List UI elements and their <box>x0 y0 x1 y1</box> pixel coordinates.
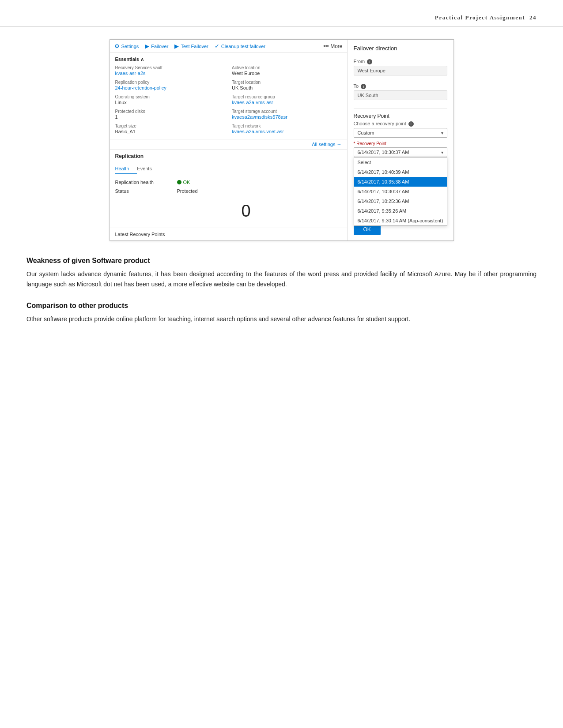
essentials-section: Essentials ∧ Recovery Services vault kva… <box>110 53 347 139</box>
right-panel: Failover direction From i West Europe To… <box>348 40 453 240</box>
toolbar-settings-label: Settings <box>121 44 139 49</box>
dropdown-item-6[interactable]: 6/14/2017, 9:30:14 AM (App-consistent) <box>354 216 447 225</box>
essentials-value-7[interactable]: kvaesa2avmsdisks578asr <box>232 114 342 120</box>
from-field: From i West Europe <box>354 59 447 79</box>
toolbar-test-failover-label: Test Failover <box>181 44 208 49</box>
comparison-body: Other software products provide online p… <box>26 314 537 324</box>
essentials-os: Operating system Linux <box>115 94 225 107</box>
dropdown-item-5[interactable]: 6/14/2017, 9:35:26 AM <box>354 206 447 216</box>
toolbar-failover-label: Failover <box>151 44 168 49</box>
essentials-target-resource-group: Target resource group kvaes-a2a-vms-asr <box>232 94 342 107</box>
dropdown-chevron-icon: ▾ <box>441 150 443 155</box>
essentials-replication-policy: Replication policy 24-hour-retention-pol… <box>115 80 225 93</box>
essentials-label-7: Target storage account <box>232 109 342 114</box>
choose-label: Choose a recovery point i <box>354 121 447 127</box>
test-failover-icon: ▶ <box>174 43 179 49</box>
toolbar-failover[interactable]: ▶ Failover <box>145 43 168 49</box>
essentials-value-6: 1 <box>115 114 225 120</box>
toolbar-test-failover[interactable]: ▶ Test Failover <box>174 43 208 49</box>
replication-section: Replication Health Events Replication he… <box>110 150 347 228</box>
essentials-grid: Recovery Services vault kvaes-asr-a2s Ac… <box>115 65 342 136</box>
recovery-points-title: Latest Recovery Points <box>115 232 342 237</box>
essentials-target-storage: Target storage account kvaesa2avmsdisks5… <box>232 109 342 122</box>
essentials-value-1: West Europe <box>232 71 342 76</box>
essentials-value-4: Linux <box>115 100 225 105</box>
comparison-section: Comparison to other products Other softw… <box>26 302 537 324</box>
events-count: 0 <box>115 197 342 224</box>
essentials-value-0[interactable]: kvaes-asr-a2s <box>115 71 225 76</box>
select-chevron-icon: ▾ <box>441 131 443 135</box>
essentials-target-size: Target size Basic_A1 <box>115 124 225 136</box>
dropdown-item-4[interactable]: 6/14/2017, 10:25:36 AM <box>354 196 447 206</box>
dropdown-trigger-value: 6/14/2017, 10:30:37 AM <box>358 150 409 155</box>
essentials-label-2: Replication policy <box>115 80 225 85</box>
dropdown-item-2[interactable]: 6/14/2017, 10:35:38 AM <box>354 177 447 187</box>
tab-health[interactable]: Health <box>115 164 137 174</box>
failover-direction-title: Failover direction <box>354 45 447 52</box>
essentials-value-5[interactable]: kvaes-a2a-vms-asr <box>232 100 342 105</box>
essentials-target-location: Target location UK South <box>232 80 342 93</box>
toolbar: ⚙ Settings ▶ Failover ▶ Test Failover ✓ … <box>110 40 347 53</box>
page-title: Practical Project Assignment <box>435 14 525 21</box>
ok-dot-icon <box>177 180 181 184</box>
toolbar-settings[interactable]: ⚙ Settings <box>114 43 139 49</box>
choose-info-icon: i <box>408 121 414 127</box>
screenshot-container: ⚙ Settings ▶ Failover ▶ Test Failover ✓ … <box>110 39 454 241</box>
essentials-label-9: Target network <box>232 124 342 128</box>
status-row: Status Protected <box>115 188 342 194</box>
essentials-value-2[interactable]: 24-hour-retention-policy <box>115 85 225 90</box>
recovery-point-select-value: Custom <box>358 130 374 135</box>
health-label: Replication health <box>115 180 177 185</box>
recovery-point-title: Recovery Point <box>354 113 447 119</box>
to-info-icon: i <box>361 84 366 89</box>
dropdown-item-0[interactable]: Select <box>354 158 447 167</box>
toolbar-more[interactable]: ••• More <box>323 43 342 49</box>
essentials-label-1: Active location <box>232 65 342 70</box>
toolbar-cleanup-label: Cleanup test failover <box>221 44 265 49</box>
essentials-value-3: UK South <box>232 85 342 90</box>
dropdown-trigger[interactable]: 6/14/2017, 10:30:37 AM ▾ <box>354 147 447 157</box>
dropdown-item-1[interactable]: 6/14/2017, 10:40:39 AM <box>354 167 447 177</box>
recovery-point-section: Recovery Point Choose a recovery point i… <box>354 108 447 157</box>
weakness-body: Our system lacks advance dynamic feature… <box>26 269 537 289</box>
settings-icon: ⚙ <box>114 43 120 49</box>
essentials-label-5: Target resource group <box>232 94 342 99</box>
to-value: UK South <box>354 90 447 100</box>
health-ok: OK <box>177 180 190 185</box>
comparison-heading: Comparison to other products <box>26 302 537 310</box>
essentials-label-4: Operating system <box>115 94 225 99</box>
left-panel: ⚙ Settings ▶ Failover ▶ Test Failover ✓ … <box>110 40 348 240</box>
status-label: Status <box>115 188 177 194</box>
weakness-heading: Weakness of given Software product <box>26 257 537 265</box>
essentials-label-6: Protected disks <box>115 109 225 114</box>
recovery-points-section: Latest Recovery Points <box>110 228 347 240</box>
essentials-recovery-vault: Recovery Services vault kvaes-asr-a2s <box>115 65 225 78</box>
toolbar-more-label: ••• More <box>323 43 342 49</box>
health-value: OK <box>183 180 190 185</box>
from-label: From i <box>354 59 447 64</box>
page-content: ⚙ Settings ▶ Failover ▶ Test Failover ✓ … <box>0 27 563 342</box>
page-header: Practical Project Assignment 24 <box>0 0 563 27</box>
recovery-point-select[interactable]: Custom ▾ <box>354 128 447 138</box>
weakness-section: Weakness of given Software product Our s… <box>26 257 537 289</box>
essentials-value-8: Basic_A1 <box>115 129 225 134</box>
replication-tabs: Health Events <box>115 164 342 174</box>
essentials-label-8: Target size <box>115 124 225 128</box>
required-label: * Recovery Point <box>354 141 447 146</box>
essentials-label-0: Recovery Services vault <box>115 65 225 70</box>
toolbar-cleanup[interactable]: ✓ Cleanup test failover <box>215 43 265 49</box>
from-value: West Europe <box>354 66 447 75</box>
essentials-active-location: Active location West Europe <box>232 65 342 78</box>
essentials-label-3: Target location <box>232 80 342 85</box>
essentials-protected-disks: Protected disks 1 <box>115 109 225 122</box>
dropdown-item-3[interactable]: 6/14/2017, 10:30:37 AM <box>354 187 447 196</box>
tab-events[interactable]: Events <box>137 164 160 174</box>
to-label: To i <box>354 83 447 89</box>
essentials-header[interactable]: Essentials ∧ <box>115 56 342 62</box>
dropdown-menu: Select 6/14/2017, 10:40:39 AM 6/14/2017,… <box>354 157 447 226</box>
recovery-point-dropdown: 6/14/2017, 10:30:37 AM ▾ Select 6/14/201… <box>354 147 447 157</box>
essentials-target-network: Target network kvaes-a2a-vms-vnet-asr <box>232 124 342 136</box>
essentials-value-9[interactable]: kvaes-a2a-vms-vnet-asr <box>232 129 342 134</box>
from-info-icon: i <box>367 59 372 64</box>
all-settings-link[interactable]: All settings → <box>110 139 347 150</box>
